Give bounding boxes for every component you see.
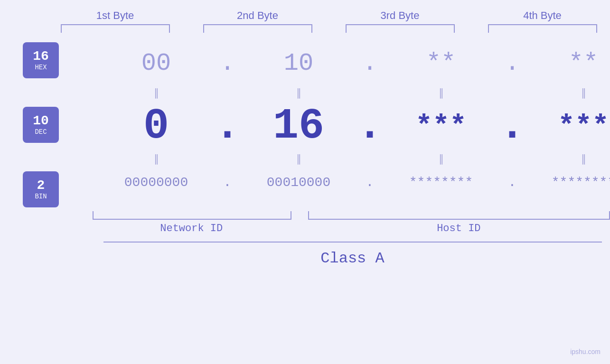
class-line <box>103 242 602 243</box>
hex-dot2: . <box>358 49 382 77</box>
byte3-label: 3rd Byte <box>341 9 460 22</box>
main-container: 1st Byte 2nd Byte 3rd Byte 4th Byte 16 H… <box>0 0 610 364</box>
hex-dot1: . <box>216 49 239 77</box>
hex-b1: 00 <box>97 42 216 84</box>
bin-badge: 2 BIN <box>23 171 59 207</box>
dec-b4: *** <box>524 110 610 142</box>
bin-dot3: . <box>500 175 524 190</box>
eq1-b4: ∥ <box>524 84 610 102</box>
bin-badge-number: 2 <box>37 178 45 193</box>
class-area: Class A <box>103 242 602 267</box>
watermark: ipshu.com <box>570 348 601 355</box>
eq2-b1: ∥ <box>97 150 216 168</box>
byte4-label: 4th Byte <box>483 9 602 22</box>
bin-dot1: . <box>216 175 239 190</box>
bracket-byte2 <box>203 24 312 33</box>
dec-b2: 16 <box>239 102 358 150</box>
dec-badge: 10 DEC <box>23 107 59 143</box>
dec-badge-number: 10 <box>33 114 49 129</box>
bin-b1: 00000000 <box>97 168 216 197</box>
dec-badge-label: DEC <box>35 128 47 136</box>
network-id-label: Network ID <box>88 223 295 234</box>
bin-b3: ******** <box>382 168 500 197</box>
eq2-b4: ∥ <box>524 150 610 168</box>
eq1-b1: ∥ <box>97 84 216 102</box>
bin-badge-label: BIN <box>35 193 47 200</box>
bracket-byte3 <box>346 24 455 33</box>
byte1-label: 1st Byte <box>56 9 175 22</box>
bracket-byte1 <box>61 24 170 33</box>
byte2-label: 2nd Byte <box>198 9 317 22</box>
eq1-b2: ∥ <box>239 84 358 102</box>
top-bracket-row <box>44 24 610 33</box>
hex-b4: ** <box>524 42 610 84</box>
bottom-bracket-network <box>93 211 291 220</box>
eq2-b3: ∥ <box>382 150 500 168</box>
dec-dot3: . <box>500 102 524 150</box>
eq1-b3: ∥ <box>382 84 500 102</box>
class-label: Class A <box>103 250 602 267</box>
host-id-label: Host ID <box>308 223 610 234</box>
label-row: Network ID Host ID <box>88 223 610 234</box>
hex-badge-label: HEX <box>35 64 47 71</box>
badges-column: 16 HEX 10 DEC 2 BIN <box>23 42 59 207</box>
bracket-spacer <box>291 211 308 220</box>
hex-badge-number: 16 <box>33 49 49 64</box>
bracket-byte4 <box>488 24 597 33</box>
bin-b4: ******** <box>524 168 610 197</box>
bottom-bracket-host <box>308 211 610 220</box>
bin-b2: 00010000 <box>239 168 358 197</box>
hex-b3: ** <box>382 42 500 84</box>
hex-dot3: . <box>500 49 524 77</box>
bin-dot2: . <box>358 175 382 190</box>
content-area: 16 HEX 10 DEC 2 BIN 00 . 10 . ** . ** ∥ <box>0 37 610 207</box>
header-row: 1st Byte 2nd Byte 3rd Byte 4th Byte <box>44 9 610 22</box>
dec-dot1: . <box>216 102 239 150</box>
hex-b2: 10 <box>239 42 358 84</box>
eq2-b2: ∥ <box>239 150 358 168</box>
data-grid: 00 . 10 . ** . ** ∥ ∥ ∥ ∥ 0 . 16 . *** .… <box>97 42 610 197</box>
dec-b3: *** <box>382 110 500 142</box>
hex-badge: 16 HEX <box>23 42 59 78</box>
bottom-bracket-container <box>88 211 610 220</box>
label-spacer <box>295 223 308 234</box>
dec-dot2: . <box>358 102 382 150</box>
dec-b1: 0 <box>97 102 216 150</box>
